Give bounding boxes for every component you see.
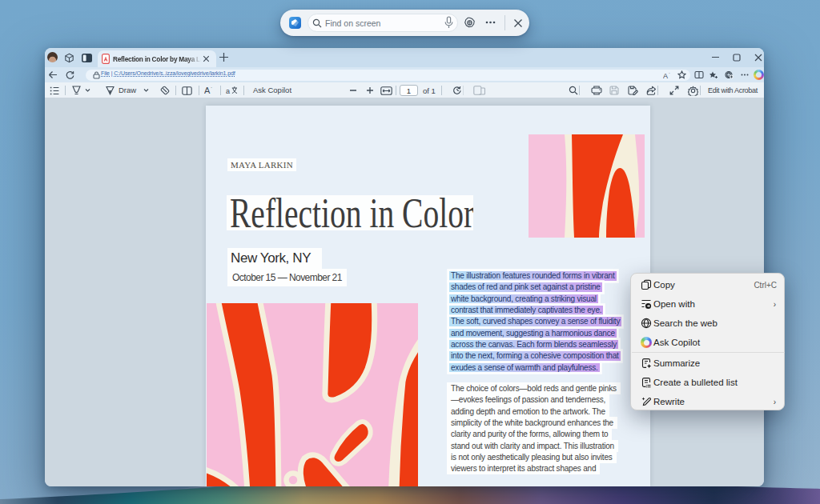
svg-text:a: a (226, 87, 230, 95)
svg-text:A: A (663, 71, 668, 79)
svg-text:ˊ: ˊ (211, 86, 212, 91)
svg-text:ˊ: ˊ (669, 71, 670, 76)
svg-text:A: A (204, 86, 211, 95)
